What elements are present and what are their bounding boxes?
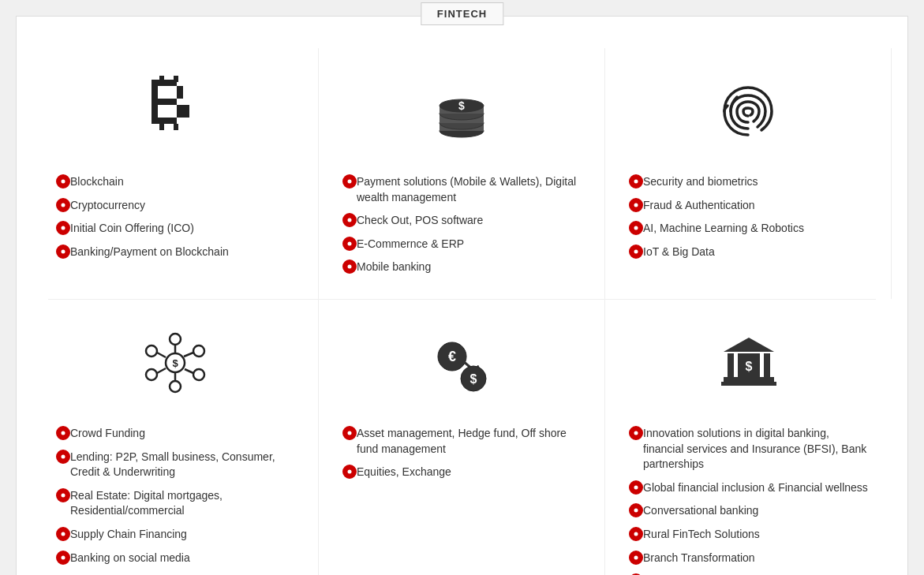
bullet-icon	[56, 488, 70, 502]
col1-row2-list: Crowd Funding Lending: P2P, Small busine…	[56, 426, 294, 566]
svg-rect-13	[177, 105, 183, 111]
exchange-icon-area: € $	[342, 316, 581, 410]
svg-point-41	[146, 345, 157, 357]
svg-rect-4	[152, 86, 158, 92]
svg-rect-56	[754, 353, 760, 377]
list-item: Cryptocurrency	[56, 198, 294, 214]
list-item: Banking/Payment on Blockchain	[56, 245, 294, 260]
fingerprint-icon-area	[629, 64, 867, 159]
svg-rect-23	[174, 76, 178, 82]
svg-rect-22	[159, 76, 164, 82]
bullet-icon	[56, 245, 70, 259]
svg-rect-12	[152, 105, 158, 111]
list-item: Security and biometrics	[629, 174, 867, 190]
bitcoin-icon-area	[56, 64, 294, 159]
svg-rect-6	[152, 92, 158, 99]
list-item: E-Commernce & ERP	[342, 237, 581, 252]
col2-row1-list: Payment solutions (Mobile & Wallets), Di…	[342, 174, 581, 275]
svg-rect-10	[164, 99, 170, 105]
svg-text:$: $	[470, 372, 477, 386]
bullet-icon	[56, 450, 70, 464]
list-item: Conversational banking	[629, 503, 868, 519]
svg-rect-58	[724, 377, 774, 382]
svg-text:$: $	[172, 357, 178, 369]
bank-icon: $	[717, 331, 780, 394]
svg-rect-7	[177, 92, 183, 99]
col-1-row-1: Blockchain Cryptocurrency Initial Coin O…	[32, 48, 319, 299]
list-item: Fraud & Authentication	[629, 198, 867, 214]
svg-rect-8	[152, 99, 158, 105]
list-item: Mobile banking	[342, 259, 581, 275]
bullet-icon	[629, 551, 643, 565]
bullet-icon	[342, 426, 357, 440]
svg-point-39	[170, 381, 181, 392]
item-text: Lending: P2P, Small business, Consumer, …	[70, 450, 294, 480]
svg-rect-57	[764, 353, 770, 377]
list-item: Innovation solutions in digital banking,…	[629, 426, 868, 472]
bullet-icon	[342, 465, 357, 479]
svg-rect-55	[738, 353, 744, 377]
bullet-icon	[629, 480, 643, 495]
svg-text:$: $	[745, 360, 752, 373]
svg-point-37	[193, 345, 204, 357]
item-text: Cryptocurrency	[70, 198, 145, 214]
bullet-icon	[342, 174, 357, 189]
col2-row2-list: Asset management, Hedge fund, Off shore …	[342, 426, 581, 480]
svg-rect-25	[174, 124, 178, 130]
bullet-icon	[629, 503, 643, 517]
svg-line-47	[157, 353, 166, 357]
page-wrapper: FINTECH	[16, 16, 908, 575]
item-text: Global financial inclusion & Financial w…	[643, 480, 868, 496]
item-text: AI, Machine Learning & Robotics	[643, 221, 804, 237]
item-text: Banking on social media	[70, 551, 190, 566]
svg-rect-17	[183, 111, 189, 118]
svg-rect-14	[183, 105, 189, 111]
tab-label[interactable]: FINTECH	[421, 2, 503, 25]
item-text: Innovation solutions in digital banking,…	[643, 426, 868, 472]
fingerprint-icon	[716, 80, 780, 143]
coins-icon: $	[430, 80, 493, 143]
main-grid: Blockchain Cryptocurrency Initial Coin O…	[32, 48, 892, 575]
svg-rect-24	[159, 124, 164, 130]
svg-rect-5	[177, 86, 183, 92]
item-text: Initial Coin Offering (ICO)	[70, 221, 194, 237]
svg-line-44	[185, 369, 193, 373]
item-text: Real Estate: Digital mortgages, Resident…	[70, 488, 294, 519]
bullet-icon	[56, 551, 70, 565]
bullet-icon	[56, 426, 70, 440]
list-item: Branch Transformation	[629, 551, 868, 566]
col-2-row-2: € $ Asset management, Hedge fund, Off sh…	[319, 300, 605, 575]
svg-rect-18	[152, 118, 158, 124]
bullet-icon	[342, 213, 357, 227]
svg-rect-54	[728, 353, 734, 377]
item-text: Fraud & Authentication	[643, 198, 755, 214]
bitcoin-icon	[144, 76, 207, 147]
bullet-icon	[56, 198, 70, 212]
list-item: IoT & Big Data	[629, 245, 867, 260]
svg-rect-2	[164, 80, 170, 86]
bullet-icon	[56, 174, 70, 189]
list-item: AI, Machine Learning & Robotics	[629, 221, 867, 237]
svg-rect-15	[152, 111, 158, 118]
bullet-icon	[342, 237, 357, 251]
item-text: Mobile banking	[357, 259, 431, 275]
svg-rect-11	[170, 99, 177, 105]
list-item: Asset management, Hedge fund, Off shore …	[342, 426, 581, 457]
list-item: Real Estate: Digital mortgages, Resident…	[56, 488, 294, 519]
item-text: Rural FinTech Solutions	[643, 527, 760, 543]
list-item: Supply Chain Financing	[56, 527, 294, 543]
bank-icon-area: $	[629, 316, 868, 410]
item-text: Blockchain	[70, 174, 124, 190]
bullet-icon	[629, 527, 643, 541]
svg-line-43	[184, 353, 193, 357]
bullet-icon	[56, 221, 70, 235]
bullet-icon	[56, 527, 70, 541]
item-text: Crowd Funding	[70, 426, 145, 442]
col-1-row-2: $ Crowd Funding	[32, 300, 319, 575]
coins-icon-area: $	[342, 64, 581, 159]
col3-row2-list: Innovation solutions in digital banking,…	[629, 426, 868, 575]
item-text: Security and biometrics	[643, 174, 758, 190]
item-text: E-Commernce & ERP	[357, 237, 464, 252]
svg-rect-21	[170, 118, 177, 124]
item-text: Equities, Exchange	[357, 465, 451, 480]
